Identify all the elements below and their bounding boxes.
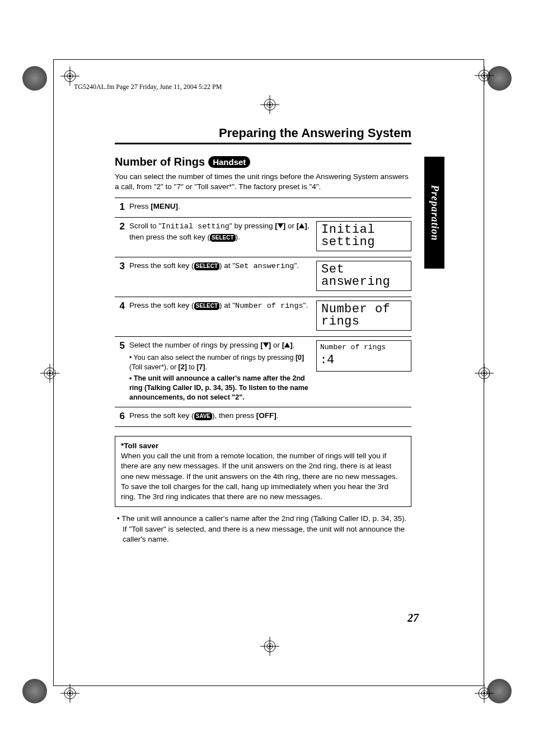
registration-mark-icon bbox=[475, 684, 494, 703]
side-tab-preparation: Preparation bbox=[424, 157, 444, 269]
step-body: Scroll to "Initial setting" by pressing … bbox=[129, 221, 312, 252]
page-number: 27 bbox=[407, 612, 419, 624]
step-number: 6 bbox=[115, 411, 125, 422]
disc-icon bbox=[22, 679, 47, 703]
registration-mark-icon bbox=[260, 95, 279, 114]
select-softkey-icon: SELECT bbox=[194, 302, 219, 310]
foot-note: • The unit will announce a caller's name… bbox=[115, 514, 411, 544]
key: [0] bbox=[296, 354, 304, 361]
text: or bbox=[285, 222, 297, 230]
text: Select the number of rings by pressing bbox=[129, 341, 260, 349]
step-number: 3 bbox=[115, 261, 125, 292]
step-4: 4 Press the soft key (SELECT) at "Number… bbox=[115, 297, 411, 336]
lcd-text: Number of rings bbox=[321, 302, 390, 328]
toll-saver-title: *Toll saver bbox=[121, 441, 405, 451]
text: or bbox=[271, 341, 282, 349]
menu-path: Initial setting bbox=[161, 222, 229, 231]
step-number: 2 bbox=[115, 221, 125, 252]
handset-badge: Handset bbox=[208, 156, 250, 168]
text: . bbox=[293, 341, 295, 349]
text: Press the soft key ( bbox=[129, 411, 194, 420]
step-number: 1 bbox=[115, 201, 125, 213]
select-softkey-icon: SELECT bbox=[194, 262, 219, 270]
up-arrow-icon bbox=[284, 342, 290, 348]
step-5: 5 Select the number of rings by pressing… bbox=[115, 336, 411, 407]
header-line: TG5240AL.fm Page 27 Friday, June 11, 200… bbox=[74, 83, 222, 91]
text: ) at " bbox=[219, 301, 235, 309]
registration-mark-icon bbox=[475, 66, 494, 85]
text: to bbox=[187, 363, 196, 371]
text: ), then press bbox=[212, 411, 256, 420]
sub-bullet: • You can also select the number of ring… bbox=[129, 353, 312, 372]
registration-mark-icon bbox=[40, 364, 59, 383]
step-body: Press the soft key (SELECT) at "Number o… bbox=[129, 300, 312, 332]
text: • You can also select the number of ring… bbox=[129, 354, 296, 361]
text: Press the soft key ( bbox=[129, 301, 194, 309]
sub-bullet-bold: • The unit will announce a caller's name… bbox=[129, 374, 312, 402]
text: ". bbox=[294, 261, 299, 270]
disc-icon bbox=[22, 66, 47, 91]
lcd-display: Number of rings :4 bbox=[316, 340, 411, 371]
up-arrow-icon bbox=[299, 223, 305, 228]
text: Scroll to " bbox=[129, 222, 161, 230]
lcd-text: Initial setting bbox=[321, 223, 375, 249]
chapter-title: Preparing the Answering System bbox=[115, 126, 411, 144]
toll-saver-body: When you call the unit from a remote loc… bbox=[121, 451, 405, 502]
step-body: Press the soft key (SELECT) at "Set answ… bbox=[129, 261, 312, 292]
lcd-display: Initial setting bbox=[316, 221, 411, 251]
key: [7] bbox=[196, 363, 205, 371]
text: . bbox=[205, 363, 207, 371]
down-arrow-icon bbox=[278, 223, 283, 228]
menu-path: Set answering bbox=[235, 262, 294, 270]
lcd-preview: Set answering bbox=[316, 261, 411, 292]
text: Press bbox=[129, 202, 151, 210]
text: " by pressing bbox=[229, 222, 275, 230]
off-key: [OFF] bbox=[256, 411, 277, 420]
step-body: Press [MENU]. bbox=[129, 201, 411, 213]
registration-mark-icon bbox=[260, 637, 279, 656]
lcd-line1: Number of rings bbox=[320, 343, 407, 353]
down-arrow-icon bbox=[263, 342, 269, 348]
step-6: 6 Press the soft key (SAVE), then press … bbox=[115, 407, 411, 427]
toll-saver-box: *Toll saver When you call the unit from … bbox=[115, 436, 411, 507]
side-tab-label: Preparation bbox=[429, 185, 441, 241]
step-number: 5 bbox=[115, 340, 125, 402]
registration-mark-icon bbox=[60, 684, 79, 703]
step-2: 2 Scroll to "Initial setting" by pressin… bbox=[115, 217, 411, 257]
step-body: Select the number of rings by pressing [… bbox=[129, 340, 312, 402]
section-title: Number of Rings bbox=[115, 156, 205, 168]
lcd-line2: :4 bbox=[320, 353, 407, 369]
menu-path: Number of rings bbox=[235, 302, 303, 310]
lcd-display: Set answering bbox=[316, 261, 411, 291]
lcd-preview: Number of rings :4 bbox=[316, 340, 411, 402]
page: TG5240AL.fm Page 27 Friday, June 11, 200… bbox=[0, 0, 534, 756]
content-area: Preparing the Answering System Number of… bbox=[115, 126, 411, 544]
step-body: Press the soft key (SAVE), then press [O… bbox=[129, 411, 411, 422]
lcd-display: Number of rings bbox=[316, 300, 411, 331]
step-number: 4 bbox=[115, 300, 125, 332]
lcd-value: 4 bbox=[327, 353, 334, 367]
text: ). bbox=[236, 233, 240, 241]
save-softkey-icon: SAVE bbox=[194, 412, 213, 420]
lcd-preview: Number of rings bbox=[316, 300, 411, 332]
step-3: 3 Press the soft key (SELECT) at "Set an… bbox=[115, 257, 411, 297]
registration-mark-icon bbox=[475, 364, 494, 383]
text: (Toll saver*), or bbox=[129, 363, 179, 371]
select-softkey-icon: SELECT bbox=[210, 234, 235, 242]
key: [2] bbox=[179, 363, 187, 371]
step-1: 1 Press [MENU]. bbox=[115, 198, 411, 217]
lcd-preview: Initial setting bbox=[316, 221, 411, 252]
text: . bbox=[178, 202, 180, 210]
intro-text: You can select the number of times the u… bbox=[115, 172, 411, 192]
text: Press the soft key ( bbox=[129, 261, 194, 270]
lcd-text: Set answering bbox=[321, 262, 390, 289]
section-heading: Number of Rings Handset bbox=[115, 156, 411, 168]
text: ) at " bbox=[219, 261, 235, 270]
text: ". bbox=[303, 301, 308, 309]
menu-key: [MENU] bbox=[151, 202, 178, 210]
registration-mark-icon bbox=[60, 67, 79, 86]
text: . bbox=[277, 411, 279, 420]
